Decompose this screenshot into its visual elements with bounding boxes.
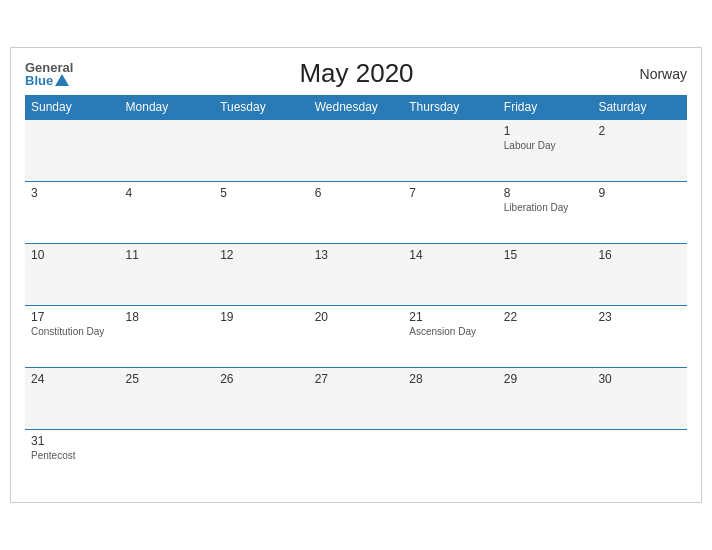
day-number: 17 (31, 310, 114, 324)
day-number: 23 (598, 310, 681, 324)
day-number: 18 (126, 310, 209, 324)
day-number: 12 (220, 248, 303, 262)
col-header-tuesday: Tuesday (214, 95, 309, 120)
day-event: Ascension Day (409, 326, 492, 337)
day-number: 11 (126, 248, 209, 262)
col-header-thursday: Thursday (403, 95, 498, 120)
day-number: 28 (409, 372, 492, 386)
day-cell: 8Liberation Day (498, 182, 593, 244)
day-cell: 10 (25, 244, 120, 306)
day-number: 22 (504, 310, 587, 324)
logo-blue-text: Blue (25, 74, 69, 87)
day-cell (120, 430, 215, 492)
day-cell: 9 (592, 182, 687, 244)
day-cell (309, 430, 404, 492)
day-cell: 27 (309, 368, 404, 430)
day-number: 19 (220, 310, 303, 324)
logo: General Blue (25, 61, 73, 87)
day-cell: 20 (309, 306, 404, 368)
col-header-sunday: Sunday (25, 95, 120, 120)
day-number: 21 (409, 310, 492, 324)
col-header-monday: Monday (120, 95, 215, 120)
day-number: 25 (126, 372, 209, 386)
day-cell: 18 (120, 306, 215, 368)
week-row-5: 31Pentecost (25, 430, 687, 492)
day-cell: 24 (25, 368, 120, 430)
day-cell: 3 (25, 182, 120, 244)
calendar-body: 1Labour Day2345678Liberation Day91011121… (25, 120, 687, 492)
day-cell (214, 430, 309, 492)
day-cell: 6 (309, 182, 404, 244)
country-label: Norway (640, 66, 687, 82)
day-cell: 16 (592, 244, 687, 306)
day-cell (592, 430, 687, 492)
day-number: 4 (126, 186, 209, 200)
week-row-4: 24252627282930 (25, 368, 687, 430)
week-row-1: 345678Liberation Day9 (25, 182, 687, 244)
day-cell: 21Ascension Day (403, 306, 498, 368)
day-event: Pentecost (31, 450, 114, 461)
day-number: 8 (504, 186, 587, 200)
day-cell: 5 (214, 182, 309, 244)
day-event: Liberation Day (504, 202, 587, 213)
day-number: 27 (315, 372, 398, 386)
day-number: 31 (31, 434, 114, 448)
day-cell: 23 (592, 306, 687, 368)
calendar-title: May 2020 (299, 58, 413, 89)
day-cell (214, 120, 309, 182)
col-header-wednesday: Wednesday (309, 95, 404, 120)
day-cell (120, 120, 215, 182)
day-number: 6 (315, 186, 398, 200)
day-event: Constitution Day (31, 326, 114, 337)
day-cell: 25 (120, 368, 215, 430)
day-number: 14 (409, 248, 492, 262)
day-cell: 11 (120, 244, 215, 306)
day-cell: 4 (120, 182, 215, 244)
day-event: Labour Day (504, 140, 587, 151)
day-cell: 14 (403, 244, 498, 306)
day-cell (25, 120, 120, 182)
day-cell: 22 (498, 306, 593, 368)
day-cell: 29 (498, 368, 593, 430)
day-number: 7 (409, 186, 492, 200)
calendar-table: SundayMondayTuesdayWednesdayThursdayFrid… (25, 95, 687, 492)
day-number: 2 (598, 124, 681, 138)
day-number: 10 (31, 248, 114, 262)
day-number: 9 (598, 186, 681, 200)
top-bar: General Blue May 2020 Norway (25, 58, 687, 89)
day-number: 29 (504, 372, 587, 386)
day-number: 20 (315, 310, 398, 324)
day-cell: 31Pentecost (25, 430, 120, 492)
day-cell (309, 120, 404, 182)
day-cell: 2 (592, 120, 687, 182)
day-cell (403, 430, 498, 492)
day-number: 16 (598, 248, 681, 262)
day-cell (403, 120, 498, 182)
day-cell: 13 (309, 244, 404, 306)
day-number: 5 (220, 186, 303, 200)
day-cell: 28 (403, 368, 498, 430)
day-cell: 30 (592, 368, 687, 430)
week-row-2: 10111213141516 (25, 244, 687, 306)
day-cell: 12 (214, 244, 309, 306)
day-number: 13 (315, 248, 398, 262)
day-cell: 1Labour Day (498, 120, 593, 182)
day-number: 15 (504, 248, 587, 262)
logo-general-text: General (25, 61, 73, 74)
day-cell: 7 (403, 182, 498, 244)
day-cell: 15 (498, 244, 593, 306)
day-number: 1 (504, 124, 587, 138)
day-number: 30 (598, 372, 681, 386)
logo-triangle-icon (55, 74, 69, 86)
week-row-0: 1Labour Day2 (25, 120, 687, 182)
col-header-friday: Friday (498, 95, 593, 120)
header-row: SundayMondayTuesdayWednesdayThursdayFrid… (25, 95, 687, 120)
calendar-header: SundayMondayTuesdayWednesdayThursdayFrid… (25, 95, 687, 120)
col-header-saturday: Saturday (592, 95, 687, 120)
day-number: 24 (31, 372, 114, 386)
calendar-container: General Blue May 2020 Norway SundayMonda… (10, 47, 702, 503)
day-number: 26 (220, 372, 303, 386)
week-row-3: 17Constitution Day18192021Ascension Day2… (25, 306, 687, 368)
day-cell: 17Constitution Day (25, 306, 120, 368)
day-cell: 26 (214, 368, 309, 430)
